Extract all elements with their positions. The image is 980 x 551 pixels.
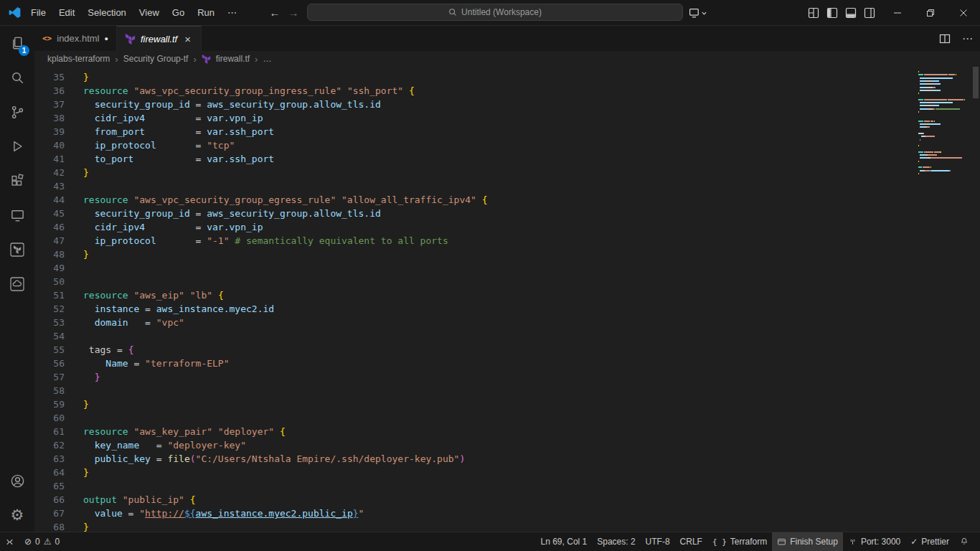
line-number[interactable]: 59 xyxy=(34,397,83,411)
code-line[interactable]: key_name = "deployer-key" xyxy=(83,438,912,452)
breadcrumb-item-workspace[interactable]: kplabs-terraform xyxy=(47,54,110,64)
menu-run[interactable]: Run xyxy=(191,5,221,20)
code-line[interactable]: } xyxy=(83,370,912,384)
code-line[interactable]: output "public_ip" { xyxy=(83,493,912,507)
problems-indicator[interactable]: ⊘ 0 ⚠ 0 xyxy=(19,532,65,551)
code-line[interactable]: cidr_ipv4 = var.vpn_ip xyxy=(83,220,912,234)
line-number[interactable]: 63 xyxy=(34,452,83,466)
line-number[interactable]: 50 xyxy=(34,275,83,288)
code-line[interactable]: to_port = var.ssh_port xyxy=(83,152,912,166)
copilot-menu-icon[interactable] xyxy=(686,4,710,22)
breadcrumb-item-folder[interactable]: Security Group-tf xyxy=(123,54,189,64)
encoding-indicator[interactable]: UTF-8 xyxy=(641,532,675,551)
line-number[interactable]: 65 xyxy=(34,479,83,493)
toggle-primary-sidebar-icon[interactable] xyxy=(824,4,841,22)
line-number[interactable]: 62 xyxy=(34,438,83,452)
code-line[interactable]: Name = "terraform-ELP" xyxy=(83,357,912,370)
menu-view[interactable]: View xyxy=(133,5,166,20)
line-number[interactable]: 54 xyxy=(34,329,83,343)
run-debug-icon[interactable] xyxy=(0,129,34,164)
customize-layout-icon[interactable] xyxy=(805,4,822,22)
line-number[interactable]: 68 xyxy=(34,520,83,532)
code-line[interactable]: security_group_id = aws_security_group.a… xyxy=(83,98,912,111)
line-number[interactable]: 38 xyxy=(34,111,83,125)
line-number[interactable]: 44 xyxy=(34,193,83,207)
code-line[interactable] xyxy=(83,275,912,288)
tab-firewall-tf[interactable]: firewall.tf × xyxy=(117,26,202,52)
line-number[interactable]: 42 xyxy=(34,166,83,179)
code-editor[interactable]: 3536373839404142434445464748495051525354… xyxy=(34,67,980,532)
line-number[interactable]: 67 xyxy=(34,507,83,520)
line-number[interactable]: 43 xyxy=(34,179,83,193)
eol-indicator[interactable]: CRLF xyxy=(675,532,707,551)
line-number[interactable]: 61 xyxy=(34,425,83,438)
menu-more[interactable]: ⋯ xyxy=(221,5,243,20)
menu-edit[interactable]: Edit xyxy=(52,5,81,20)
remote-explorer-icon[interactable] xyxy=(0,198,34,232)
line-number[interactable]: 56 xyxy=(34,357,83,370)
extensions-icon[interactable] xyxy=(0,164,34,198)
line-number[interactable]: 48 xyxy=(34,248,83,261)
code-line[interactable]: } xyxy=(83,248,912,261)
terraform-view-icon[interactable] xyxy=(0,232,34,267)
line-number[interactable]: 37 xyxy=(34,98,83,111)
line-number[interactable]: 49 xyxy=(34,261,83,275)
toggle-panel-icon[interactable] xyxy=(842,4,859,22)
scrollbar-thumb[interactable] xyxy=(973,67,979,98)
code-line[interactable] xyxy=(83,384,912,397)
code-line[interactable]: } xyxy=(83,166,912,179)
code-line[interactable]: } xyxy=(83,520,912,532)
line-number[interactable]: 40 xyxy=(34,138,83,152)
port-indicator[interactable]: Port: 3000 xyxy=(843,532,905,551)
code-line[interactable]: tags = { xyxy=(83,343,912,357)
line-number[interactable]: 35 xyxy=(34,70,83,84)
indentation-indicator[interactable]: Spaces: 2 xyxy=(592,532,640,551)
explorer-icon[interactable]: 1 xyxy=(0,26,34,60)
notifications-bell[interactable] xyxy=(954,532,974,551)
line-number[interactable]: 41 xyxy=(34,152,83,166)
line-number[interactable]: 45 xyxy=(34,207,83,220)
more-actions-icon[interactable]: ⋯ xyxy=(962,32,973,45)
code-line[interactable]: } xyxy=(83,397,912,411)
line-number[interactable]: 46 xyxy=(34,220,83,234)
close-tab-icon[interactable]: × xyxy=(182,33,193,45)
toggle-secondary-sidebar-icon[interactable] xyxy=(861,4,878,22)
line-number[interactable]: 57 xyxy=(34,370,83,384)
code-lines[interactable]: }resource "aws_vpc_security_group_ingres… xyxy=(83,70,912,532)
cursor-position[interactable]: Ln 69, Col 1 xyxy=(536,532,593,551)
line-number[interactable]: 36 xyxy=(34,84,83,98)
code-line[interactable] xyxy=(83,411,912,425)
menu-go[interactable]: Go xyxy=(166,5,191,20)
source-control-icon[interactable] xyxy=(0,95,34,129)
close-window-button[interactable] xyxy=(947,0,980,25)
menu-selection[interactable]: Selection xyxy=(81,5,132,20)
settings-gear-icon[interactable]: ⚙ xyxy=(0,498,34,532)
line-number[interactable]: 64 xyxy=(34,466,83,479)
line-number[interactable]: 47 xyxy=(34,234,83,248)
line-number[interactable]: 58 xyxy=(34,384,83,397)
breadcrumb-item-symbol[interactable]: … xyxy=(263,54,271,64)
finish-setup-button[interactable]: Finish Setup xyxy=(772,532,843,551)
code-line[interactable] xyxy=(83,479,912,493)
line-number[interactable]: 51 xyxy=(34,288,83,302)
menu-file[interactable]: File xyxy=(24,5,52,20)
prettier-indicator[interactable]: ✓ Prettier xyxy=(905,532,954,551)
command-center-search[interactable]: Untitled (Workspace) xyxy=(307,4,683,21)
code-line[interactable]: resource "aws_vpc_security_group_ingress… xyxy=(83,84,912,98)
remote-indicator[interactable] xyxy=(0,532,19,551)
line-number[interactable]: 55 xyxy=(34,343,83,357)
code-line[interactable]: ip_protocol = "-1" # semantically equiva… xyxy=(83,234,912,248)
line-number[interactable]: 60 xyxy=(34,411,83,425)
minimap[interactable] xyxy=(918,70,969,175)
gutter[interactable]: 3536373839404142434445464748495051525354… xyxy=(34,70,83,532)
terraform-cloud-icon[interactable] xyxy=(0,267,34,301)
code-line[interactable]: public_key = file("C:/Users/Ntshala Empi… xyxy=(83,452,912,466)
code-line[interactable] xyxy=(83,329,912,343)
code-line[interactable]: domain = "vpc" xyxy=(83,316,912,329)
line-number[interactable]: 53 xyxy=(34,316,83,329)
language-mode[interactable]: { } Terraform xyxy=(707,532,772,551)
accounts-icon[interactable] xyxy=(0,463,34,498)
code-line[interactable]: resource "aws_eip" "lb" { xyxy=(83,288,912,302)
line-number[interactable]: 52 xyxy=(34,302,83,316)
restore-button[interactable] xyxy=(914,0,947,25)
